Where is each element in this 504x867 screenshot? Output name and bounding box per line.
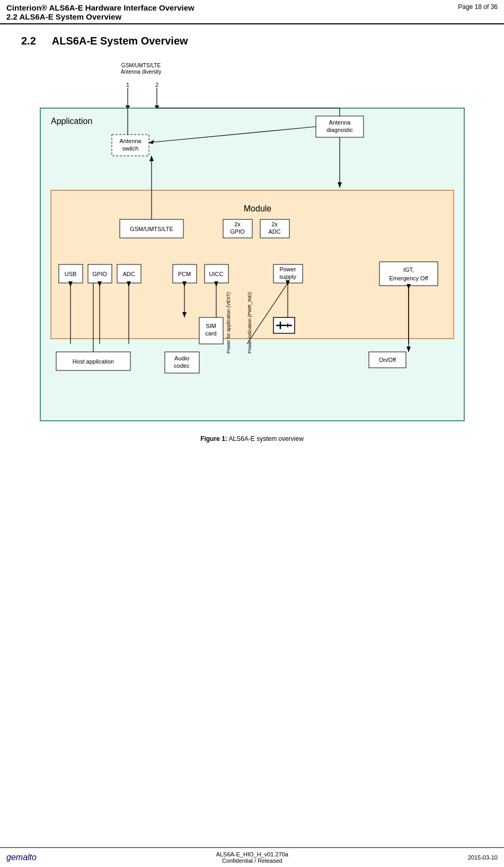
- antenna-switch-text1: Antenna: [119, 138, 142, 144]
- system-overview-diagram: GSM/UMTS/LTE Antenna diversity 1 2 Appli…: [35, 58, 470, 429]
- power-supply-text2: supply: [279, 273, 296, 280]
- antenna-label-gsm: GSM/UMTS/LTE: [121, 63, 161, 68]
- section-heading: 2.2 ALS6A-E System Overview: [21, 35, 483, 47]
- igt-text2: Emergency Off: [389, 275, 428, 281]
- power-supply-text1: Power: [279, 266, 296, 272]
- figure-caption: Figure 1: ALS6A-E system overview: [21, 435, 483, 443]
- sim-card-text2: card: [205, 330, 216, 337]
- adc-2x-text2: ADC: [268, 228, 280, 235]
- gpio-2x-text1: 2x: [234, 221, 241, 227]
- usb-text: USB: [64, 271, 76, 277]
- doc-title: Cinterion® ALS6A-E Hardware Interface Ov…: [6, 3, 194, 12]
- page-footer: gemalto ALS6A-E_HIO_H_v01.270a Confident…: [0, 847, 504, 867]
- footer-doc-id: ALS6A-E_HIO_H_v01.270a: [216, 851, 288, 857]
- antenna-label-diversity: Antenna diversity: [120, 69, 161, 75]
- doc-subtitle: 2.2 ALS6A-E System Overview: [6, 12, 194, 21]
- host-app-text: Host application: [72, 358, 113, 365]
- pwr-ind-text: Power indication (PWR_IND): [247, 292, 252, 353]
- page-number: Page 18 of 36: [458, 3, 498, 11]
- adc-text: ADC: [122, 271, 135, 277]
- page-header: Cinterion® ALS6A-E Hardware Interface Ov…: [0, 0, 504, 24]
- footer-confidential: Confidential / Released: [216, 857, 288, 864]
- module-label: Module: [243, 204, 271, 213]
- application-label: Application: [51, 117, 92, 126]
- section-title: ALS6A-E System Overview: [52, 35, 188, 47]
- igt-box: [379, 262, 438, 286]
- section-number: 2.2: [21, 35, 36, 47]
- footer-center: ALS6A-E_HIO_H_v01.270a Confidential / Re…: [216, 851, 288, 864]
- header-left: Cinterion® ALS6A-E Hardware Interface Ov…: [6, 3, 194, 21]
- antenna-diagnostic-text2: diagnostic: [326, 127, 353, 133]
- footer-date: 2015-03-10: [468, 854, 498, 861]
- diagram-wrapper: GSM/UMTS/LTE Antenna diversity 1 2 Appli…: [35, 58, 470, 429]
- audio-codec-text1: Audio: [174, 355, 189, 361]
- antenna-diagnostic-text1: Antenna: [329, 119, 351, 126]
- igt-text1: IGT,: [403, 267, 413, 273]
- vext-text1: Power for application (VEXT): [226, 292, 231, 353]
- footer-logo: gemalto: [6, 853, 37, 862]
- uicc-text: UICC: [209, 271, 223, 277]
- antenna-num1: 1: [126, 82, 129, 88]
- pcm-text: PCM: [178, 271, 190, 277]
- adc-2x-text1: 2x: [271, 221, 278, 227]
- main-content: 2.2 ALS6A-E System Overview GSM/UMTS/LTE…: [0, 24, 504, 453]
- gsm-text: GSM/UMTS/LTE: [130, 226, 173, 232]
- sim-card-text1: SIM: [206, 323, 216, 329]
- antenna-switch-text2: switch: [122, 145, 138, 152]
- antenna-num2: 2: [155, 82, 158, 88]
- gpio-2x-text2: GPIO: [230, 228, 245, 235]
- figure-text: ALS6A-E system overview: [228, 435, 303, 443]
- audio-codec-text2: codec: [174, 362, 190, 369]
- gpio-text: GPIO: [92, 271, 107, 277]
- figure-label: Figure 1:: [200, 435, 227, 443]
- on-off-text: On/Off: [378, 357, 396, 363]
